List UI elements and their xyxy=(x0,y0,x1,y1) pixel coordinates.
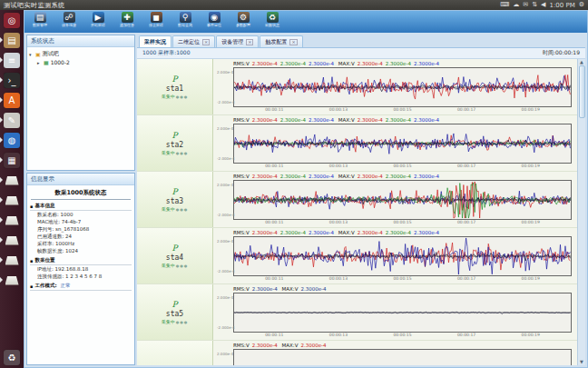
group-header: 1000 采样率:1000 时间:00:00:19 xyxy=(137,48,585,59)
draw-app-icon[interactable]: ✎ xyxy=(2,111,22,130)
expander-icon[interactable]: ▾ xyxy=(29,52,34,57)
time-axis: 00:00:1100:00:1300:00:1500:00:1700:00:19 xyxy=(233,276,572,283)
status-text: 采集中 xyxy=(162,94,175,99)
browser-globe-icon[interactable]: ◍ xyxy=(2,131,22,150)
workspace-4-icon[interactable] xyxy=(2,231,22,250)
antenna-button[interactable]: ☍设备连接 xyxy=(57,12,81,27)
station-cell[interactable]: Psta1采集中●●● xyxy=(137,59,213,114)
search-icon: ⚲ xyxy=(180,12,191,23)
tab-3[interactable]: 设备管理× xyxy=(216,35,259,47)
time-tick: 00:00:11 xyxy=(265,107,283,114)
station-cell[interactable]: Psta2采集中●●● xyxy=(137,115,213,171)
rms-value: 2.3000e-4 xyxy=(280,230,306,235)
terminal-icon[interactable]: ›_ xyxy=(2,71,22,90)
waveform-plot[interactable]: 2.000e-4-2.000e-4 xyxy=(233,236,572,276)
scroll-up-icon[interactable]: ▲ xyxy=(580,60,583,65)
add-button[interactable]: ✚添加任务 xyxy=(115,12,139,27)
play-button[interactable]: ▶开始采样 xyxy=(86,12,110,27)
waveform-panel: RMS:V2.3000e-42.3000e-42.3000e-4 MAX:V2.… xyxy=(213,115,577,171)
workspace-1-icon[interactable] xyxy=(2,171,22,190)
workspace-2-icon[interactable] xyxy=(2,191,22,210)
sidebar: 系统状态 ▾ ▣ 测试吧 ▸ ▦ xyxy=(26,35,135,365)
refresh-button[interactable]: ♻刷新状态 xyxy=(260,12,284,27)
scroll-thumb[interactable] xyxy=(579,65,585,118)
waveform-plot[interactable]: 2.000e-4-2.000e-4 xyxy=(233,180,572,220)
status-text: 采集中 xyxy=(162,150,175,155)
station-cell[interactable]: Psta5采集中●●● xyxy=(137,284,213,340)
time-tick: 00:00:17 xyxy=(457,107,475,114)
waveform-plot[interactable]: 2.000e-4-2.000e-4 xyxy=(233,349,572,365)
toolbar-button-label: 添加任务 xyxy=(120,23,134,27)
text-editor-icon[interactable]: ≡ xyxy=(2,51,22,70)
volume-indicator-icon[interactable]: ◀ xyxy=(541,2,545,8)
time-tick: 00:00:15 xyxy=(393,164,411,171)
max-value: 2.3000e-4 xyxy=(414,117,439,123)
tab-2[interactable]: 二维定位× xyxy=(172,35,215,47)
workspace-6-icon[interactable] xyxy=(2,271,22,290)
system-status-header[interactable]: 系统状态 xyxy=(27,35,134,47)
time-tick: 00:00:11 xyxy=(265,164,283,171)
time-tick: 00:00:13 xyxy=(329,220,348,227)
info-row: 连接传感器: 1 2 3 4 5 6 7 8 xyxy=(30,273,132,280)
station-cell[interactable] xyxy=(137,341,213,365)
station-cell[interactable]: Psta4采集中●●● xyxy=(137,228,213,283)
y-tick-bottom: -2.000e-4 xyxy=(217,156,235,161)
keyboard-indicator-icon[interactable]: ⌨ xyxy=(500,2,509,8)
launcher: ◎▤≡›_A✎◍▦♻ xyxy=(0,10,24,368)
time-tick: 00:00:11 xyxy=(265,220,283,227)
status-dots-icon: ●●● xyxy=(176,264,188,268)
files-icon[interactable]: ▤ xyxy=(2,31,22,50)
running-indicator xyxy=(0,237,3,243)
y-tick-top: 2.000e-4 xyxy=(217,183,233,187)
rms-value: 2.3000e-4 xyxy=(252,286,278,292)
session-gear-icon[interactable]: ⚙ xyxy=(579,2,584,8)
ubuntu-dash-icon[interactable]: ◎ xyxy=(2,11,22,30)
window-title: 测试吧实时监测系统 xyxy=(4,1,65,10)
info-row: 序列号: sn_16781068 xyxy=(30,225,132,233)
waveform-plot[interactable]: 2.000e-4-2.000e-4 xyxy=(233,293,572,333)
orange-app-icon[interactable]: A xyxy=(2,91,22,110)
scroll-down-icon[interactable]: ▼ xyxy=(580,360,583,364)
search-button[interactable]: ⚲数据查询 xyxy=(173,12,197,27)
tab-close-icon[interactable]: × xyxy=(246,39,253,45)
cloud-indicator-icon[interactable]: ☁ xyxy=(513,2,519,8)
waveform-plot[interactable]: 2.000e-4-2.000e-4 xyxy=(233,124,572,164)
max-value: 2.3000e-4 xyxy=(386,117,411,123)
tab-close-icon[interactable]: × xyxy=(289,39,297,45)
waveform-plot[interactable]: 2.000e-4-2.000e-4 xyxy=(233,67,572,107)
waveform-panel: RMS:V2.3000e-42.3000e-42.3000e-4 MAX:V2.… xyxy=(213,228,577,283)
locate-button[interactable]: ◉事件定位 xyxy=(202,12,226,27)
tree-node-device[interactable]: ▸ ▦ 1000-2 xyxy=(29,58,132,66)
time-tick: 00:00:15 xyxy=(393,276,411,283)
clock[interactable]: 1:00 PM xyxy=(550,2,575,9)
stop-button[interactable]: ◼停止采样 xyxy=(144,12,168,27)
network-indicator-icon[interactable]: ⇅ xyxy=(532,2,537,8)
workspace-5-icon[interactable] xyxy=(2,251,22,270)
tab-4[interactable]: 触发配置× xyxy=(260,35,302,47)
station-list: Psta1采集中●●●RMS:V2.3000e-42.3000e-42.3000… xyxy=(137,59,577,365)
workspace-3-icon[interactable] xyxy=(2,211,22,230)
tab-1[interactable]: 采样实况 xyxy=(139,35,172,47)
info-panel-header[interactable]: 信息显示 xyxy=(27,174,134,185)
time-tick: 00:00:19 xyxy=(522,220,540,227)
max-label: MAX:V xyxy=(337,61,355,66)
expander-icon[interactable]: ▸ xyxy=(37,60,42,65)
info-section: ▪数采位置IP地址: 192.168.8.18连接传感器: 1 2 3 4 5 … xyxy=(30,256,132,280)
time-axis: 00:00:1100:00:1300:00:1500:00:1700:00:19 xyxy=(233,333,572,340)
time-tick: 00:00:13 xyxy=(329,333,348,340)
device-button[interactable]: ▤数采管理 xyxy=(28,12,52,27)
play-icon: ▶ xyxy=(93,12,104,23)
status-text: 采集中 xyxy=(162,319,175,324)
running-indicator xyxy=(0,277,3,283)
waveform-svg xyxy=(234,68,571,106)
elapsed-time: 时间:00:00:19 xyxy=(543,49,580,57)
running-indicator xyxy=(0,157,3,163)
tab-close-icon[interactable]: × xyxy=(202,39,210,45)
settings-button[interactable]: ⚙参数配置 xyxy=(231,12,255,27)
scrollbar[interactable]: ▲ ▼ xyxy=(577,59,585,365)
mail-indicator-icon[interactable]: ✉ xyxy=(523,2,528,8)
station-cell[interactable]: Psta3采集中●●● xyxy=(137,172,213,227)
monitor-app-icon[interactable]: ▦ xyxy=(2,151,22,170)
tree-node-root[interactable]: ▾ ▣ 测试吧 xyxy=(29,50,132,58)
trash-icon[interactable]: ♻ xyxy=(2,348,22,367)
